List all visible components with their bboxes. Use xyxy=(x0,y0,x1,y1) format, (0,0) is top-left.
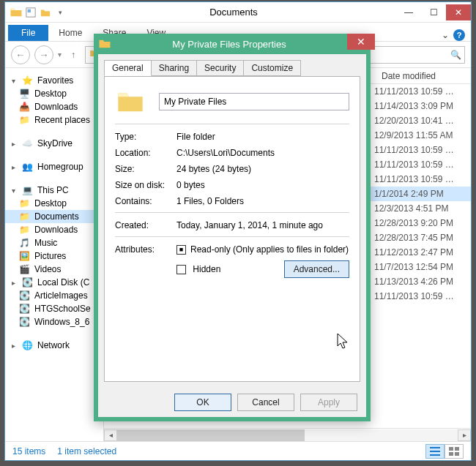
folder-icon: 📁 xyxy=(18,198,30,209)
nav-pc-win8[interactable]: 💽Windows_8_6 xyxy=(5,315,103,328)
scroll-track[interactable] xyxy=(117,429,458,441)
date-cell: 1/1/2014 2:49 PM xyxy=(370,189,465,199)
network-icon: 🌐 xyxy=(21,339,33,351)
nav-label: Music xyxy=(34,238,57,248)
nav-homegroup[interactable]: ▸ 👥 Homegroup xyxy=(5,160,103,173)
nav-pc-articleimages[interactable]: 💽ArticleImages xyxy=(5,289,103,302)
videos-icon: 🎬 xyxy=(18,263,30,275)
h-scrollbar[interactable]: ◂ ▸ xyxy=(104,428,471,441)
nav-downloads[interactable]: 📥Downloads xyxy=(5,100,103,113)
ok-button[interactable]: OK xyxy=(174,394,231,411)
tab-home[interactable]: Home xyxy=(48,25,92,41)
minimize-button[interactable]: — xyxy=(396,4,421,20)
tab-customize[interactable]: Customize xyxy=(243,60,301,76)
nav-pc-localdisk[interactable]: ▸💽Local Disk (C xyxy=(5,276,103,289)
tab-file[interactable]: File xyxy=(8,25,48,41)
nav-pc-pictures[interactable]: 🖼️Pictures xyxy=(5,249,103,263)
separator xyxy=(115,212,349,213)
contains-value: 1 Files, 0 Folders xyxy=(176,196,349,206)
scroll-left-icon[interactable]: ◂ xyxy=(104,429,117,441)
advanced-button[interactable]: Advanced... xyxy=(284,260,349,278)
tab-general[interactable]: General xyxy=(104,60,152,76)
col-date[interactable]: Date modified xyxy=(376,71,471,81)
nav-pc-downloads[interactable]: 📁Downloads xyxy=(5,223,103,236)
chevron-right-icon[interactable]: ▸ xyxy=(10,279,17,287)
drive-icon: 💽 xyxy=(18,290,30,301)
hidden-checkbox[interactable] xyxy=(176,265,186,274)
close-button[interactable]: ✕ xyxy=(446,4,471,20)
folder-icon: 📁 xyxy=(18,211,30,222)
tab-sharing[interactable]: Sharing xyxy=(151,60,197,76)
back-button[interactable]: ← xyxy=(11,45,30,64)
svg-rect-2 xyxy=(430,447,440,448)
date-cell: 12/28/2013 9:20 PM xyxy=(370,218,465,228)
tab-security[interactable]: Security xyxy=(196,60,244,76)
nav-label: Downloads xyxy=(34,225,78,235)
size-label: Size: xyxy=(115,164,176,174)
readonly-checkbox[interactable] xyxy=(176,245,186,255)
scroll-right-icon[interactable]: ▸ xyxy=(458,429,471,441)
properties-qat-icon[interactable] xyxy=(24,6,37,19)
homegroup-icon: 👥 xyxy=(21,161,33,173)
chevron-right-icon[interactable]: ▸ xyxy=(10,163,17,171)
nav-skydrive[interactable]: ▸ ☁️ SkyDrive xyxy=(5,137,103,150)
properties-close-button[interactable]: ✕ xyxy=(347,34,375,50)
chevron-down-icon[interactable]: ▾ xyxy=(10,77,17,85)
nav-label: HTGSchoolSe xyxy=(34,304,91,314)
nav-pc-htgschool[interactable]: 💽HTGSchoolSe xyxy=(5,302,103,315)
up-button[interactable]: ↑ xyxy=(66,48,81,62)
forward-button[interactable]: → xyxy=(34,45,53,64)
properties-title: My Private Files Properties xyxy=(111,39,347,50)
search-icon: 🔍 xyxy=(450,50,461,60)
nav-label: SkyDrive xyxy=(37,138,72,149)
nav-pc-documents[interactable]: 📁Documents xyxy=(5,210,103,223)
thumbnails-view-button[interactable] xyxy=(445,444,464,459)
help-icon[interactable]: ? xyxy=(453,29,465,41)
date-cell: 11/11/2013 10:59 … xyxy=(370,86,465,97)
chevron-right-icon[interactable]: ▸ xyxy=(10,342,17,350)
pictures-icon: 🖼️ xyxy=(18,250,30,262)
size-on-disk-value: 0 bytes xyxy=(176,180,349,190)
nav-favorites[interactable]: ▾ ⭐ Favorites xyxy=(5,74,103,87)
nav-label: Desktop xyxy=(34,198,67,208)
folder-icon xyxy=(10,6,23,19)
details-view-button[interactable] xyxy=(425,444,445,459)
qat-dropdown-icon[interactable]: ▾ xyxy=(53,6,67,19)
type-value: File folder xyxy=(176,132,349,142)
nav-pc-videos[interactable]: 🎬Videos xyxy=(5,263,103,276)
folder-name-input[interactable]: My Private Files xyxy=(159,93,349,110)
nav-desktop[interactable]: 🖥️Desktop xyxy=(5,87,103,100)
recent-dropdown-icon[interactable]: ▾ xyxy=(58,50,62,59)
new-folder-qat-icon[interactable] xyxy=(39,6,52,19)
nav-pc-desktop[interactable]: 📁Desktop xyxy=(5,197,103,210)
nav-recent[interactable]: 📁Recent places xyxy=(5,113,103,127)
chevron-down-icon[interactable]: ▾ xyxy=(10,187,17,195)
properties-tabs: General Sharing Security Customize xyxy=(98,54,366,76)
nav-network[interactable]: ▸ 🌐 Network xyxy=(5,339,103,352)
nav-label: Network xyxy=(37,340,70,350)
nav-pane: ▾ ⭐ Favorites 🖥️Desktop 📥Downloads 📁Rece… xyxy=(5,68,104,441)
date-cell: 12/20/2013 10:41 … xyxy=(370,116,465,126)
date-cell: 11/11/2013 10:59 … xyxy=(370,145,465,155)
apply-button[interactable]: Apply xyxy=(300,394,357,411)
date-cell: 11/14/2013 3:09 PM xyxy=(370,101,465,111)
chevron-right-icon[interactable]: ▸ xyxy=(10,140,17,148)
nav-label: Documents xyxy=(34,211,79,222)
ribbon-collapse-icon[interactable]: ⌄ xyxy=(442,30,449,40)
scroll-thumb[interactable] xyxy=(117,429,305,441)
maximize-button[interactable]: ☐ xyxy=(421,4,446,20)
view-switcher xyxy=(425,444,464,459)
nav-thispc[interactable]: ▾ 💻 This PC xyxy=(5,184,103,197)
nav-label: Desktop xyxy=(34,89,67,99)
star-icon: ⭐ xyxy=(21,75,33,86)
date-cell: 12/9/2013 11:55 AM xyxy=(370,130,465,140)
nav-label: Pictures xyxy=(34,251,66,261)
status-bar: 15 items 1 item selected xyxy=(5,441,471,460)
svg-rect-3 xyxy=(430,451,440,452)
separator xyxy=(115,124,349,124)
date-cell: 11/11/2013 10:59 … xyxy=(370,159,465,170)
dialog-buttons: OK Cancel Apply xyxy=(98,388,366,417)
nav-label: Videos xyxy=(34,264,61,274)
nav-pc-music[interactable]: 🎵Music xyxy=(5,236,103,249)
cancel-button[interactable]: Cancel xyxy=(237,394,294,411)
